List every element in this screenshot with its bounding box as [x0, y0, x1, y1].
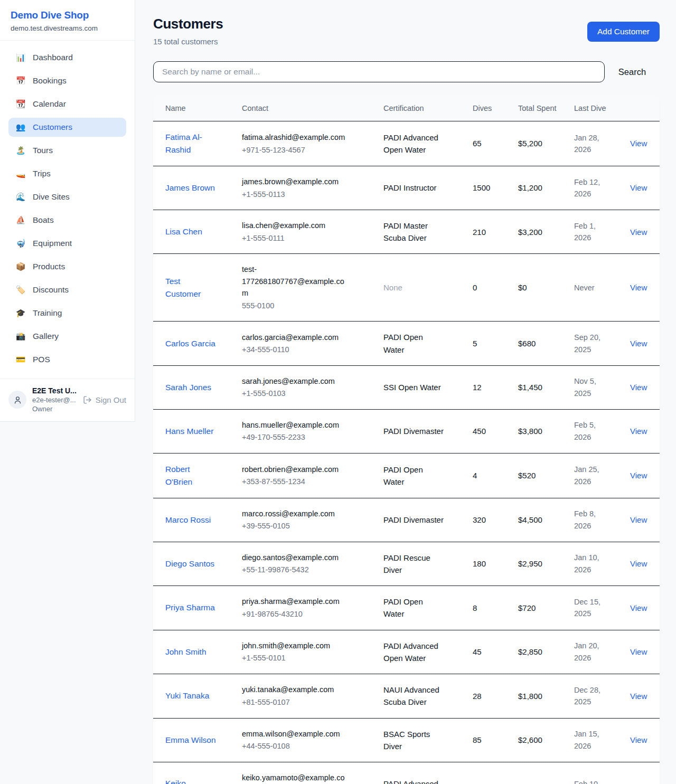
customer-dives: 320 [473, 515, 486, 524]
avatar [8, 391, 26, 409]
sidebar-item-equipment[interactable]: 🤿Equipment [8, 234, 126, 253]
sign-out-label: Sign Out [96, 395, 126, 404]
view-customer-link[interactable]: View [630, 427, 647, 436]
customer-name-link[interactable]: Diego Santos [165, 558, 214, 570]
sign-out-button[interactable]: Sign Out [83, 395, 126, 404]
sidebar-item-calendar[interactable]: 📆Calendar [8, 95, 126, 114]
customer-certification: NAUI Advanced Scuba Diver [383, 684, 445, 709]
customer-dives: 180 [473, 559, 486, 568]
view-customer-link[interactable]: View [630, 383, 647, 392]
customer-certification: PADI Open Water [383, 596, 445, 620]
table-row: Hans Muellerhans.mueller@example.com+49-… [153, 409, 660, 453]
view-customer-link[interactable]: View [630, 647, 647, 656]
search-input[interactable] [153, 61, 605, 82]
customer-name-link[interactable]: Priya Sharma [165, 601, 215, 614]
customer-name-link[interactable]: Yuki Tanaka [165, 689, 209, 702]
table-row: Priya Sharmapriya.sharma@example.com+91-… [153, 586, 660, 630]
dive-sites-icon: 🌊 [15, 192, 26, 202]
customer-name-link[interactable]: Emma Wilson [165, 734, 216, 747]
customer-phone: +39-555-0105 [242, 520, 350, 532]
view-customer-link[interactable]: View [630, 283, 647, 292]
view-customer-link[interactable]: View [630, 735, 647, 744]
customer-certification: None [383, 281, 445, 294]
customer-certification: PADI Open Water [383, 331, 445, 356]
customer-email: carlos.garcia@example.com [242, 332, 350, 343]
customer-email: robert.obrien@example.com [242, 464, 350, 475]
view-customer-link[interactable]: View [630, 692, 647, 701]
add-customer-button[interactable]: Add Customer [587, 22, 660, 42]
search-button[interactable]: Search [605, 63, 660, 81]
customer-last-dive: Feb 10, 2026 [574, 778, 607, 784]
sidebar-item-customers[interactable]: 👥Customers [8, 118, 126, 137]
column-header: Total Spent [518, 96, 574, 121]
view-customer-link[interactable]: View [630, 339, 647, 348]
customer-phone: +1-555-0113 [242, 188, 350, 200]
customer-contact: james.brown@example.com+1-555-0113 [242, 176, 350, 200]
table-row: Lisa Chenlisa.chen@example.com+1-555-011… [153, 210, 660, 254]
customer-total-spent: $2,600 [518, 735, 542, 744]
page-title: Customers [153, 16, 223, 32]
sidebar-item-label: Dashboard [33, 53, 73, 62]
customer-total-spent: $680 [518, 339, 536, 348]
page-header: Customers 15 total customers Add Custome… [153, 16, 660, 46]
customers-table-card: NameContactCertificationDivesTotal Spent… [153, 96, 660, 784]
customer-name-link[interactable]: Fatima Al-Rashid [165, 131, 216, 156]
user-section: E2E Test U... e2e-tester@... Owner Sign … [0, 379, 135, 421]
customer-name-link[interactable]: Carlos Garcia [165, 337, 215, 350]
customer-contact: diego.santos@example.com+55-11-99876-543… [242, 552, 350, 576]
customer-email: hans.mueller@example.com [242, 419, 350, 431]
training-icon: 🎓 [15, 308, 26, 318]
customer-certification: PADI Master Scuba Diver [383, 220, 445, 244]
customer-last-dive: Feb 8, 2026 [574, 508, 607, 532]
customer-phone: +1-555-0111 [242, 232, 350, 244]
customer-email: lisa.chen@example.com [242, 220, 350, 231]
sidebar-item-products[interactable]: 📦Products [8, 257, 126, 276]
customer-name-link[interactable]: Sarah Jones [165, 381, 211, 394]
sidebar-item-discounts[interactable]: 🏷️Discounts [8, 280, 126, 299]
customer-name-link[interactable]: Lisa Chen [165, 225, 202, 238]
sidebar-item-trips[interactable]: 🚤Trips [8, 164, 126, 183]
table-header: NameContactCertificationDivesTotal Spent… [153, 96, 660, 121]
sidebar-item-label: POS [33, 355, 50, 364]
customer-phone: +971-55-123-4567 [242, 144, 350, 156]
customer-contact: yuki.tanaka@example.com+81-555-0107 [242, 684, 350, 708]
customer-phone: +1-555-0101 [242, 652, 350, 664]
sidebar-item-tours[interactable]: 🏝️Tours [8, 141, 126, 160]
customer-last-dive: Feb 12, 2026 [574, 176, 607, 200]
customer-contact: robert.obrien@example.com+353-87-555-123… [242, 464, 350, 488]
customer-dives: 28 [473, 692, 482, 701]
sidebar-item-training[interactable]: 🎓Training [8, 304, 126, 323]
sidebar-item-dashboard[interactable]: 📊Dashboard [8, 48, 126, 67]
main-content: Customers 15 total customers Add Custome… [135, 0, 676, 784]
sidebar-item-label: Trips [33, 169, 51, 178]
sidebar-item-pos[interactable]: 💳POS [8, 350, 126, 369]
customer-total-spent: $3,200 [518, 228, 542, 237]
user-info: E2E Test U... e2e-tester@... Owner [32, 386, 77, 413]
customer-name-link[interactable]: Keiko Yamamoto [165, 777, 216, 784]
customer-name-link[interactable]: Robert O'Brien [165, 463, 216, 488]
gallery-icon: 📸 [15, 332, 26, 341]
sidebar-item-bookings[interactable]: 📅Bookings [8, 71, 126, 90]
sidebar-item-dive-sites[interactable]: 🌊Dive Sites [8, 187, 126, 206]
customer-certification: PADI Divemaster [383, 514, 445, 526]
customer-phone: +353-87-555-1234 [242, 476, 350, 487]
customers-table-body: Fatima Al-Rashidfatima.alrashid@example.… [153, 121, 660, 784]
customer-name-link[interactable]: Test Customer [165, 275, 216, 300]
view-customer-link[interactable]: View [630, 603, 647, 612]
view-customer-link[interactable]: View [630, 139, 647, 148]
sidebar-item-boats[interactable]: ⛵Boats [8, 211, 126, 230]
customer-contact: priya.sharma@example.com+91-98765-43210 [242, 596, 350, 620]
customer-name-link[interactable]: James Brown [165, 182, 215, 194]
view-customer-link[interactable]: View [630, 515, 647, 524]
customer-name-link[interactable]: Hans Mueller [165, 425, 213, 438]
view-customer-link[interactable]: View [630, 183, 647, 192]
view-customer-link[interactable]: View [630, 471, 647, 480]
customer-name-link[interactable]: Marco Rossi [165, 514, 211, 526]
sidebar-item-gallery[interactable]: 📸Gallery [8, 327, 126, 346]
customer-name-link[interactable]: John Smith [165, 646, 206, 658]
customer-total-spent: $3,800 [518, 427, 542, 436]
view-customer-link[interactable]: View [630, 559, 647, 568]
table-row: Emma Wilsonemma.wilson@example.com+44-55… [153, 718, 660, 762]
logout-icon [83, 395, 92, 404]
view-customer-link[interactable]: View [630, 228, 647, 237]
